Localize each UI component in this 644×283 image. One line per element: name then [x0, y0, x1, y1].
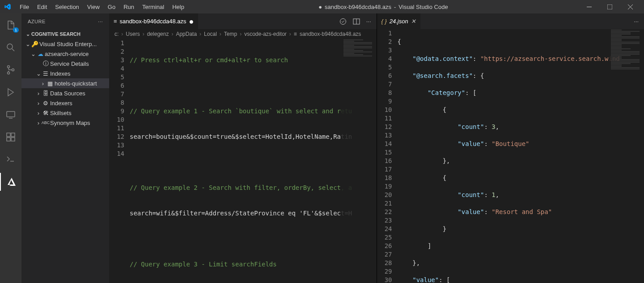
more-icon[interactable]: ···: [634, 18, 639, 25]
minimap-left[interactable]: [341, 39, 377, 283]
dirty-dot: ●: [318, 4, 322, 10]
svg-point-11: [340, 18, 346, 24]
maximize-button[interactable]: [599, 0, 620, 13]
tab-actions-left: ···: [339, 13, 377, 29]
window-title: ● sandbox-b946dcda48.azs - Visual Studio…: [188, 4, 579, 10]
list-icon: ☰: [42, 70, 49, 77]
svg-point-5: [12, 69, 14, 71]
chevron-down-icon: ⌄: [30, 51, 37, 57]
file-icon: ≡: [294, 31, 297, 37]
minimap-right[interactable]: [608, 29, 644, 273]
chevron-right-icon: ›: [35, 90, 42, 97]
tab-bar-right: { } 24.json ✕ ···: [377, 13, 644, 29]
chevron-right-icon: ›: [39, 80, 47, 87]
sidebar: AZURE ··· ⌄ COGNITIVE SEARCH ⌄ 🔑 Visual …: [21, 13, 109, 283]
main-menu: File Edit Selection View Go Run Terminal…: [16, 2, 188, 12]
extensions-icon[interactable]: [0, 128, 21, 146]
svg-point-4: [8, 72, 10, 74]
menu-terminal[interactable]: Terminal: [139, 2, 168, 12]
editor-left: ≡ sandbox-b946dcda48.azs ● ··· c:› Users…: [109, 13, 377, 283]
svg-point-2: [7, 44, 13, 49]
svg-rect-0: [587, 7, 592, 7]
sidebar-header: AZURE ···: [21, 13, 109, 29]
sidebar-title: AZURE: [28, 19, 46, 24]
svg-point-3: [8, 66, 10, 68]
svg-rect-9: [11, 137, 15, 141]
run-check-icon[interactable]: [339, 18, 347, 25]
tree-service-details[interactable]: ⓘ Service Details: [21, 59, 109, 69]
menu-help[interactable]: Help: [169, 2, 188, 12]
close-button[interactable]: [620, 0, 640, 13]
tab-24json[interactable]: { } 24.json ✕: [377, 13, 421, 29]
gutter-right: 1234567891011121314151617181920212223242…: [377, 29, 398, 283]
menu-run[interactable]: Run: [120, 2, 138, 12]
tree-section-cognitive-search[interactable]: ⌄ COGNITIVE SEARCH: [21, 29, 109, 39]
tree-indexes[interactable]: ⌄ ☰ Indexes: [21, 69, 109, 78]
tab-actions-right: ···: [634, 13, 644, 29]
file-icon: ≡: [114, 18, 117, 25]
main-area: 1 AZURE ··· ⌄ CO: [0, 13, 644, 283]
source-control-icon[interactable]: [0, 61, 21, 79]
chevron-right-icon: ›: [35, 110, 42, 116]
menu-view[interactable]: View: [84, 2, 103, 12]
search-icon[interactable]: [0, 39, 21, 56]
menu-file[interactable]: File: [16, 2, 33, 12]
more-icon[interactable]: ···: [366, 18, 371, 25]
tab-bar-left: ≡ sandbox-b946dcda48.azs ● ···: [109, 13, 377, 29]
code-area-left[interactable]: 1234567891011121314 // Press ctrl+alt+r …: [109, 39, 377, 283]
cloud-search-icon: ☁: [37, 51, 44, 57]
editor-right: { } 24.json ✕ ··· 1234567891011121314151…: [377, 13, 644, 283]
sidebar-more-icon[interactable]: ···: [98, 19, 103, 24]
menu-edit[interactable]: Edit: [34, 2, 51, 12]
window-controls: [579, 0, 640, 13]
code-lines-left: // Press ctrl+alt+r or cmd+alt+r to sear…: [130, 39, 377, 283]
minimize-button[interactable]: [579, 0, 599, 13]
tree-hotels-quickstart[interactable]: › ▦ hotels-quickstart: [21, 78, 109, 88]
menu-go[interactable]: Go: [104, 2, 119, 12]
process-icon: ⚙: [42, 100, 49, 107]
tree-azsearch-service[interactable]: ⌄ ☁ azsearch-service: [21, 49, 109, 59]
code-area-right[interactable]: 1234567891011121314151617181920212223242…: [377, 29, 644, 283]
tree-data-sources[interactable]: › 🗄 Data Sources: [21, 88, 109, 98]
menu-selection[interactable]: Selection: [51, 2, 82, 12]
tree: ⌄ COGNITIVE SEARCH ⌄ 🔑 Visual Studio Ent…: [21, 29, 109, 128]
chevron-down-icon: ⌄: [35, 70, 42, 77]
titlebar: File Edit Selection View Go Run Terminal…: [0, 0, 644, 13]
abc-icon: ABC: [42, 120, 49, 125]
activity-bar: 1: [0, 13, 21, 283]
code-lines-right: { "@odata.context": "https://azsearch-se…: [398, 29, 644, 283]
remote-explorer-icon[interactable]: [0, 106, 21, 124]
run-debug-icon[interactable]: [0, 83, 21, 101]
info-icon: ⓘ: [42, 60, 49, 68]
gutter-left: 1234567891011121314: [109, 39, 130, 283]
tree-subscription[interactable]: ⌄ 🔑 Visual Studio Enterp...: [21, 39, 109, 49]
tab-sandbox[interactable]: ≡ sandbox-b946dcda48.azs ●: [109, 13, 199, 29]
chevron-down-icon: ⌄: [24, 31, 31, 37]
key-icon: 🔑: [31, 41, 38, 47]
terminal-panel-icon[interactable]: [0, 150, 21, 168]
explorer-icon[interactable]: 1: [0, 16, 21, 34]
svg-rect-7: [7, 133, 10, 137]
svg-rect-6: [7, 111, 15, 117]
svg-rect-10: [11, 133, 15, 137]
chevron-right-icon: ›: [35, 100, 42, 107]
azure-icon[interactable]: [0, 173, 21, 191]
svg-rect-1: [607, 4, 612, 9]
svg-rect-8: [7, 137, 10, 141]
split-editor-icon[interactable]: [353, 18, 360, 25]
close-icon[interactable]: ✕: [411, 18, 416, 25]
tree-skillsets[interactable]: › 🛠 Skillsets: [21, 108, 109, 118]
tools-icon: 🛠: [42, 110, 49, 116]
database-icon: 🗄: [42, 90, 49, 97]
grid-icon: ▦: [47, 80, 54, 87]
tree-indexers[interactable]: › ⚙ Indexers: [21, 98, 109, 108]
explorer-badge: 1: [13, 27, 19, 33]
chevron-down-icon: ⌄: [24, 41, 31, 47]
chevron-right-icon: ›: [35, 120, 42, 126]
breadcrumb-left[interactable]: c:› Users› delegenz› AppData› Local› Tem…: [109, 29, 377, 39]
tree-synonym-maps[interactable]: › ABC Synonym Maps: [21, 118, 109, 128]
editor-group: ≡ sandbox-b946dcda48.azs ● ··· c:› Users…: [109, 13, 644, 283]
vscode-logo-icon: [4, 3, 12, 11]
json-icon: { }: [381, 18, 387, 25]
